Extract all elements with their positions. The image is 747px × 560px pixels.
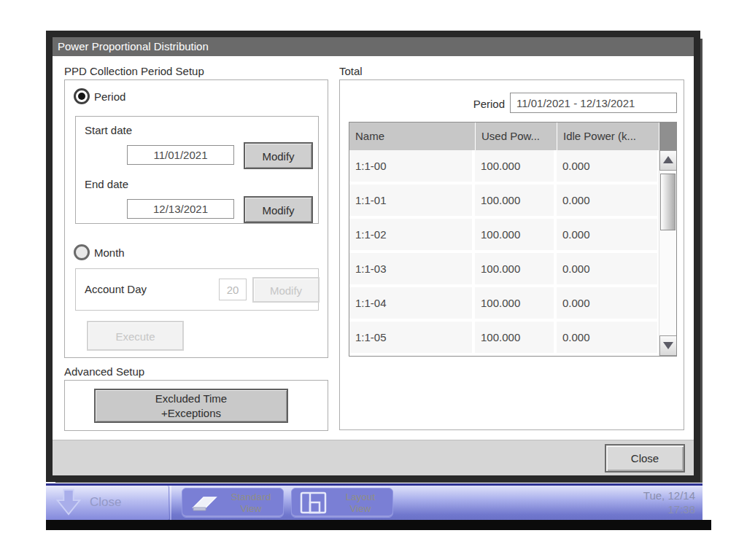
standard-view-icon [188, 491, 220, 516]
taskbar-shadow [46, 520, 711, 530]
header-used-power: Used Pow... [475, 122, 557, 150]
table-scrollbar[interactable] [659, 150, 676, 356]
account-day-modify-button[interactable]: Modify [252, 277, 320, 303]
table-row[interactable]: 1:1-00 100.000 0.000 [349, 150, 657, 182]
taskbar-datetime: Tue, 12/14 17:38 [643, 489, 695, 516]
excluded-time-exceptions-button[interactable]: Excluded Time +Exceptions [94, 389, 288, 423]
taskbar-time: 17:38 [667, 503, 695, 516]
ppd-table: Name Used Pow... Idle Power (k... 1:1-00… [349, 122, 677, 357]
end-date-label: End date [85, 178, 128, 190]
table-row[interactable]: 1:1-03 100.000 0.000 [349, 253, 657, 284]
period-radio-label: Period [94, 90, 125, 103]
row-name: 1:1-01 [349, 184, 472, 216]
date-range-groupbox: Start date Modify End date Modify [75, 116, 319, 224]
layout-view-button[interactable]: Layout View [291, 488, 393, 518]
table-row[interactable]: 1:1-01 100.000 0.000 [349, 184, 657, 216]
section-title-total: Total [339, 65, 363, 77]
layout-view-line1: Layout [346, 491, 376, 502]
collection-period-groupbox: Period Start date Modify End date Modify… [64, 79, 328, 358]
row-used: 100.000 [475, 150, 554, 182]
end-date-modify-button[interactable]: Modify [244, 196, 313, 223]
excluded-button-line2: +Exceptions [161, 407, 221, 419]
header-idle-power: Idle Power (k... [557, 122, 659, 150]
header-name: Name [349, 122, 475, 150]
advanced-setup-groupbox: Excluded Time +Exceptions [64, 380, 328, 431]
standard-view-label: Standard View [222, 491, 280, 515]
section-title-advanced-setup: Advanced Setup [64, 365, 144, 378]
execute-button[interactable]: Execute [87, 321, 184, 351]
scroll-up-button[interactable] [659, 150, 676, 171]
dialog-title-bar: Power Proportional Distribution [53, 37, 694, 56]
total-period-label: Period [340, 98, 505, 110]
month-radio-label: Month [94, 246, 125, 259]
row-idle: 0.000 [557, 219, 657, 250]
row-idle: 0.000 [557, 322, 657, 353]
start-date-input[interactable] [127, 145, 234, 165]
section-title-collection-period: PPD Collection Period Setup [64, 65, 204, 77]
header-scrollbar-cell [659, 122, 676, 150]
row-idle: 0.000 [557, 184, 657, 216]
scroll-down-button[interactable] [659, 335, 676, 356]
row-name: 1:1-00 [349, 150, 472, 182]
ppd-table-header: Name Used Pow... Idle Power (k... [349, 122, 676, 150]
standard-view-line1: Standard [231, 491, 271, 502]
row-name: 1:1-02 [349, 219, 472, 250]
row-used: 100.000 [475, 287, 554, 319]
row-name: 1:1-04 [349, 287, 472, 319]
dialog-footer-bar: Close [53, 440, 694, 475]
scroll-up-icon [663, 156, 673, 163]
down-arrow-icon [53, 487, 84, 518]
ppd-table-body: 1:1-00 100.000 0.000 1:1-01 100.000 0.00… [349, 150, 676, 356]
taskbar: Close Standard View Layout View [46, 483, 703, 520]
table-row[interactable]: 1:1-02 100.000 0.000 [349, 219, 657, 250]
table-row[interactable]: 1:1-05 100.000 0.000 [349, 322, 657, 353]
row-idle: 0.000 [557, 150, 657, 182]
total-groupbox: Period Name Used Pow... Idle Power (k...… [339, 79, 684, 430]
period-radio[interactable] [74, 88, 90, 104]
taskbar-close-label: Close [90, 486, 121, 518]
row-used: 100.000 [475, 322, 554, 353]
taskbar-date: Tue, 12/14 [643, 489, 695, 502]
row-name: 1:1-03 [349, 253, 472, 284]
row-used: 100.000 [475, 184, 554, 216]
taskbar-close-button[interactable]: Close [46, 486, 169, 520]
layout-view-icon [298, 491, 330, 516]
dialog-title: Power Proportional Distribution [58, 40, 209, 52]
scroll-down-icon [663, 342, 673, 349]
ppd-table-rows: 1:1-00 100.000 0.000 1:1-01 100.000 0.00… [349, 150, 676, 353]
layout-view-line2: View [349, 503, 371, 514]
row-name: 1:1-05 [349, 322, 472, 353]
total-period-input[interactable] [510, 93, 677, 113]
excluded-button-line1: Excluded Time [155, 392, 227, 405]
start-date-modify-button[interactable]: Modify [244, 142, 313, 169]
standard-view-button[interactable]: Standard View [182, 488, 284, 518]
row-used: 100.000 [475, 253, 554, 284]
account-day-input[interactable] [219, 279, 247, 300]
layout-view-label: Layout View [331, 491, 390, 515]
row-idle: 0.000 [557, 287, 657, 319]
row-used: 100.000 [475, 219, 554, 250]
scrollbar-thumb[interactable] [660, 174, 676, 230]
ppd-dialog: Power Proportional Distribution PPD Coll… [46, 31, 700, 482]
taskbar-divider [170, 486, 171, 520]
account-day-groupbox: Account Day Modify [75, 268, 319, 311]
account-day-label: Account Day [85, 283, 147, 295]
standard-view-line2: View [240, 503, 261, 514]
start-date-label: Start date [85, 124, 132, 136]
table-row[interactable]: 1:1-04 100.000 0.000 [349, 287, 657, 319]
end-date-input[interactable] [127, 199, 234, 219]
screen: Power Proportional Distribution PPD Coll… [0, 0, 747, 560]
month-radio[interactable] [74, 244, 90, 260]
row-idle: 0.000 [557, 253, 657, 284]
close-button[interactable]: Close [605, 444, 685, 472]
